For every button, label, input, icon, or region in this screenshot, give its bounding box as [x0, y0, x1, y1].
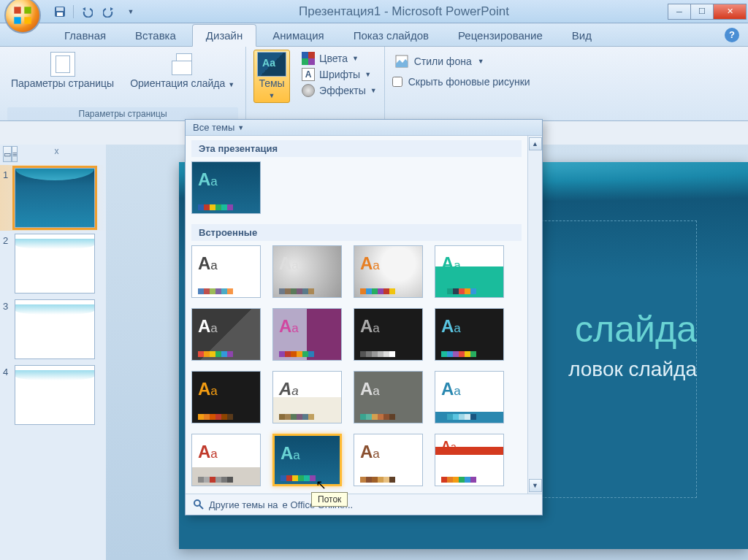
colors-label: Цвета: [319, 53, 348, 64]
thumb-preview: [15, 234, 95, 294]
slide-orientation-button[interactable]: Ориентация слайда ▼: [126, 50, 238, 91]
chevron-up-icon: ▲: [532, 140, 538, 147]
thumb-preview: [15, 365, 95, 425]
tab-slideshow[interactable]: Показ слайдов: [340, 25, 442, 46]
qat-customize-button[interactable]: ▼: [122, 4, 140, 20]
all-themes-label: Все темы: [193, 122, 234, 133]
help-icon: ?: [729, 29, 735, 40]
theme-item[interactable]: Aa: [191, 434, 261, 486]
svg-rect-1: [24, 7, 31, 13]
qat-separator: [73, 5, 74, 18]
minimize-button[interactable]: ─: [668, 4, 691, 20]
theme-item[interactable]: Aa: [354, 434, 423, 486]
background-styles-button[interactable]: Стили фона ▼: [392, 54, 487, 69]
thumb-preview: [15, 299, 95, 359]
theme-item[interactable]: Aa: [435, 371, 504, 423]
gallery-scrollbar[interactable]: ▲ ▼: [527, 136, 542, 494]
themes-preview-icon: Aa: [257, 52, 286, 77]
office-logo-icon: [12, 5, 33, 26]
chevron-down-icon: ▼: [370, 87, 377, 94]
hide-bg-input[interactable]: [392, 77, 402, 87]
themes-button[interactable]: Aa Темы▼: [253, 50, 290, 103]
theme-tooltip: Поток: [311, 492, 348, 507]
undo-icon: [81, 6, 93, 18]
thumb-number: 1: [3, 168, 12, 180]
tab-animation[interactable]: Анимация: [259, 25, 337, 46]
maximize-icon: ☐: [698, 7, 706, 16]
ribbon: Параметры страницы Ориентация слайда ▼ П…: [0, 47, 748, 121]
close-button[interactable]: ✕: [713, 4, 747, 20]
quick-access-toolbar: ▼: [51, 4, 140, 20]
window-title: Презентация1 - Microsoft PowerPoint: [140, 4, 668, 19]
gallery-header-all-themes[interactable]: Все темы ▼: [186, 120, 542, 136]
theme-item[interactable]: Aa: [272, 371, 342, 423]
page-setup-icon: [50, 52, 75, 77]
tab-review[interactable]: Рецензирование: [445, 25, 556, 46]
theme-item[interactable]: Aa: [435, 245, 504, 298]
slide-thumbnail-1[interactable]: 1: [0, 165, 106, 231]
outline-tab-outline[interactable]: ≡: [12, 146, 18, 162]
chevron-down-icon: ▼: [128, 8, 134, 15]
gallery-more-online[interactable]: Другие темы на Поток e Office Online...: [186, 494, 542, 515]
page-setup-button[interactable]: Параметры страницы: [7, 50, 118, 91]
help-button[interactable]: ?: [725, 28, 739, 42]
effects-button[interactable]: Эффекты ▼: [299, 83, 380, 98]
save-icon: [54, 6, 66, 18]
chevron-down-icon: ▼: [365, 71, 371, 78]
gallery-section-builtin: Встроенные: [191, 224, 522, 241]
theme-item[interactable]: Aa: [272, 308, 342, 361]
tab-view[interactable]: Вид: [559, 25, 605, 46]
theme-item[interactable]: Aa: [191, 308, 261, 361]
colors-button[interactable]: Цвета ▼: [299, 51, 380, 66]
theme-item[interactable]: Aa: [191, 245, 261, 298]
svg-rect-2: [14, 17, 20, 23]
theme-item[interactable]: Aa: [191, 371, 261, 423]
thumb-preview: [15, 168, 95, 228]
slide-thumbnail-4[interactable]: 4: [0, 362, 106, 428]
theme-current[interactable]: Aa: [191, 161, 261, 214]
theme-item[interactable]: Aa: [354, 245, 423, 298]
fonts-button[interactable]: A Шрифты ▼: [299, 67, 380, 82]
tab-design[interactable]: Дизайн: [192, 24, 256, 47]
qat-redo-button[interactable]: [100, 4, 118, 20]
slide-title-text: слайда: [575, 308, 697, 350]
gallery-section-this-presentation: Эта презентация: [191, 140, 522, 157]
svg-line-9: [199, 505, 203, 509]
theme-item[interactable]: Aa: [354, 371, 423, 423]
theme-item[interactable]: Aa: [354, 308, 423, 361]
thumb-number: 2: [3, 234, 12, 246]
effects-label: Эффекты: [319, 85, 366, 96]
orientation-label: Ориентация слайда ▼: [130, 78, 234, 89]
svg-rect-5: [56, 7, 64, 11]
tab-insert[interactable]: Вставка: [122, 25, 189, 46]
tab-home[interactable]: Главная: [51, 25, 119, 46]
outline-tab-slides[interactable]: ▭: [3, 146, 12, 162]
search-online-icon: [193, 499, 205, 510]
fonts-label: Шрифты: [319, 69, 360, 80]
slide-thumbnail-2[interactable]: 2: [0, 231, 106, 296]
qat-save-button[interactable]: [51, 4, 69, 20]
theme-item-hovered[interactable]: Aa ↖: [272, 434, 342, 486]
gallery-body: Эта презентация Aa Встроенные Aa Aa Aa A…: [186, 136, 542, 494]
page-setup-label: Параметры страницы: [11, 78, 114, 89]
chevron-down-icon: ▼: [352, 55, 359, 62]
window-controls: ─ ☐ ✕: [668, 4, 747, 20]
scroll-up-button[interactable]: ▲: [529, 137, 542, 150]
maximize-button[interactable]: ☐: [690, 4, 714, 20]
theme-item[interactable]: Aa: [272, 245, 342, 298]
theme-item[interactable]: Aa: [435, 308, 504, 361]
slide-thumbnails-pane: 1 2 3 4: [0, 145, 106, 560]
fonts-icon: A: [302, 68, 315, 81]
orientation-icon: [170, 52, 195, 77]
qat-undo-button[interactable]: [78, 4, 96, 20]
svg-rect-6: [57, 12, 63, 16]
scroll-down-button[interactable]: ▼: [529, 479, 542, 492]
theme-item[interactable]: Aa: [435, 434, 504, 486]
close-icon: ✕: [727, 7, 733, 16]
svg-point-8: [194, 500, 200, 506]
svg-rect-0: [14, 7, 20, 13]
pane-close-button[interactable]: x: [54, 146, 58, 164]
slide-thumbnail-3[interactable]: 3: [0, 296, 106, 362]
hide-background-checkbox[interactable]: Скрыть фоновые рисунки: [392, 76, 530, 88]
chevron-down-icon: ▼: [237, 124, 244, 131]
